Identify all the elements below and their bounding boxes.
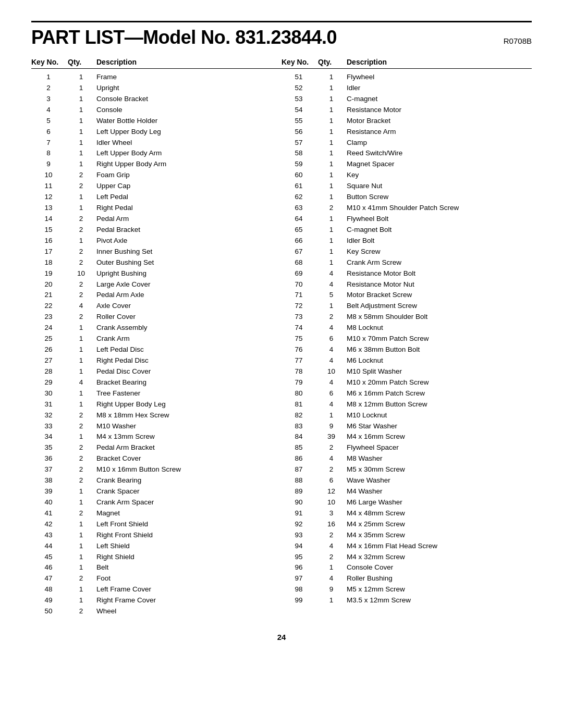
- part-keyno: 43: [31, 530, 68, 541]
- part-keyno: 73: [282, 312, 318, 323]
- right-qty-header: Qty.: [318, 58, 347, 66]
- part-keyno: 89: [282, 486, 318, 497]
- part-qty: 1: [318, 192, 347, 203]
- part-qty: 1: [68, 431, 96, 442]
- right-headers: Key No. Qty. Description: [282, 58, 532, 66]
- part-qty: 4: [318, 344, 347, 355]
- table-row: 56 1 Resistance Arm: [282, 127, 532, 138]
- part-keyno: 62: [282, 192, 318, 203]
- table-row: 72 1 Belt Adjustment Screw: [282, 301, 532, 312]
- part-desc: Resistance Motor: [347, 105, 532, 116]
- part-keyno: 30: [31, 388, 68, 399]
- part-qty: 2: [68, 421, 96, 432]
- part-keyno: 37: [31, 464, 68, 475]
- part-keyno: 61: [282, 181, 318, 192]
- part-keyno: 12: [31, 192, 68, 203]
- part-desc: Idler Bolt: [347, 236, 532, 246]
- table-row: 77 4 M6 Locknut: [282, 355, 532, 366]
- part-qty: 1: [68, 83, 96, 94]
- part-desc: Left Shield: [96, 541, 282, 552]
- part-desc: M3.5 x 12mm Screw: [347, 595, 532, 606]
- part-qty: 1: [68, 486, 96, 497]
- part-keyno: 91: [282, 508, 318, 519]
- part-qty: 1: [318, 214, 347, 225]
- part-keyno: 29: [31, 377, 68, 388]
- part-desc: C-magnet Bolt: [347, 225, 532, 236]
- part-qty: 4: [318, 573, 347, 584]
- part-keyno: 66: [282, 236, 318, 246]
- table-row: 65 1 C-magnet Bolt: [282, 225, 532, 236]
- part-desc: M4 x 16mm Flat Head Screw: [347, 541, 532, 552]
- part-keyno: 93: [282, 530, 318, 541]
- part-desc: Left Pedal: [96, 192, 282, 203]
- table-row: 48 1 Left Frame Cover: [31, 584, 282, 595]
- part-keyno: 39: [31, 486, 68, 497]
- part-keyno: 6: [31, 127, 68, 138]
- part-keyno: 71: [282, 290, 318, 301]
- part-qty: 1: [68, 116, 96, 127]
- part-desc: Flywheel Bolt: [347, 214, 532, 225]
- part-desc: M6 Locknut: [347, 355, 532, 366]
- table-row: 30 1 Tree Fastener: [31, 388, 282, 399]
- left-qty-header: Qty.: [68, 58, 96, 66]
- part-qty: 1: [318, 246, 347, 257]
- part-qty: 4: [318, 279, 347, 290]
- part-qty: 2: [68, 464, 96, 475]
- part-qty: 1: [68, 366, 96, 377]
- part-desc: Large Axle Cover: [96, 279, 282, 290]
- table-row: 62 1 Button Screw: [282, 192, 532, 203]
- part-qty: 1: [68, 138, 96, 149]
- left-parts-column: 1 1 Frame 2 1 Upright 3 1 Console Bracke…: [31, 72, 282, 617]
- part-keyno: 74: [282, 323, 318, 334]
- table-row: 55 1 Motor Bracket: [282, 116, 532, 127]
- part-keyno: 2: [31, 83, 68, 94]
- part-desc: M6 Large Washer: [347, 497, 532, 508]
- part-desc: M10 x 20mm Patch Screw: [347, 377, 532, 388]
- part-qty: 1: [68, 127, 96, 138]
- part-qty: 1: [68, 541, 96, 552]
- part-keyno: 1: [31, 72, 68, 83]
- part-keyno: 95: [282, 552, 318, 563]
- table-row: 23 2 Roller Cover: [31, 312, 282, 323]
- table-row: 58 1 Reed Switch/Wire: [282, 148, 532, 159]
- table-row: 73 2 M8 x 58mm Shoulder Bolt: [282, 312, 532, 323]
- table-row: 3 1 Console Bracket: [31, 94, 282, 105]
- part-keyno: 72: [282, 301, 318, 312]
- table-row: 33 2 M10 Washer: [31, 421, 282, 432]
- part-desc: Foam Grip: [96, 170, 282, 181]
- part-qty: 9: [318, 584, 347, 595]
- table-row: 66 1 Idler Bolt: [282, 236, 532, 246]
- part-qty: 2: [318, 203, 347, 214]
- title-row: PART LIST—Model No. 831.23844.0 R0708B: [31, 27, 532, 48]
- part-qty: 4: [318, 399, 347, 410]
- part-keyno: 60: [282, 170, 318, 181]
- part-keyno: 64: [282, 214, 318, 225]
- part-qty: 4: [68, 377, 96, 388]
- part-keyno: 36: [31, 453, 68, 464]
- table-row: 89 12 M4 Washer: [282, 486, 532, 497]
- table-row: 27 1 Right Pedal Disc: [31, 355, 282, 366]
- part-keyno: 28: [31, 366, 68, 377]
- part-qty: 1: [68, 236, 96, 246]
- part-qty: 2: [318, 442, 347, 453]
- part-desc: Wave Washer: [347, 475, 532, 486]
- part-keyno: 34: [31, 431, 68, 442]
- part-desc: Magnet Spacer: [347, 159, 532, 170]
- part-keyno: 87: [282, 464, 318, 475]
- part-qty: 2: [68, 312, 96, 323]
- part-keyno: 50: [31, 606, 68, 617]
- left-headers: Key No. Qty. Description: [31, 58, 282, 66]
- table-row: 78 10 M10 Split Washer: [282, 366, 532, 377]
- part-qty: 1: [318, 138, 347, 149]
- part-desc: Pedal Arm Axle: [96, 290, 282, 301]
- part-qty: 1: [68, 148, 96, 159]
- part-keyno: 42: [31, 519, 68, 530]
- table-row: 52 1 Idler: [282, 83, 532, 94]
- table-row: 64 1 Flywheel Bolt: [282, 214, 532, 225]
- table-row: 21 2 Pedal Arm Axle: [31, 290, 282, 301]
- part-qty: 2: [68, 246, 96, 257]
- part-keyno: 44: [31, 541, 68, 552]
- table-row: 4 1 Console: [31, 105, 282, 116]
- table-row: 41 2 Magnet: [31, 508, 282, 519]
- part-desc: Pedal Disc Cover: [96, 366, 282, 377]
